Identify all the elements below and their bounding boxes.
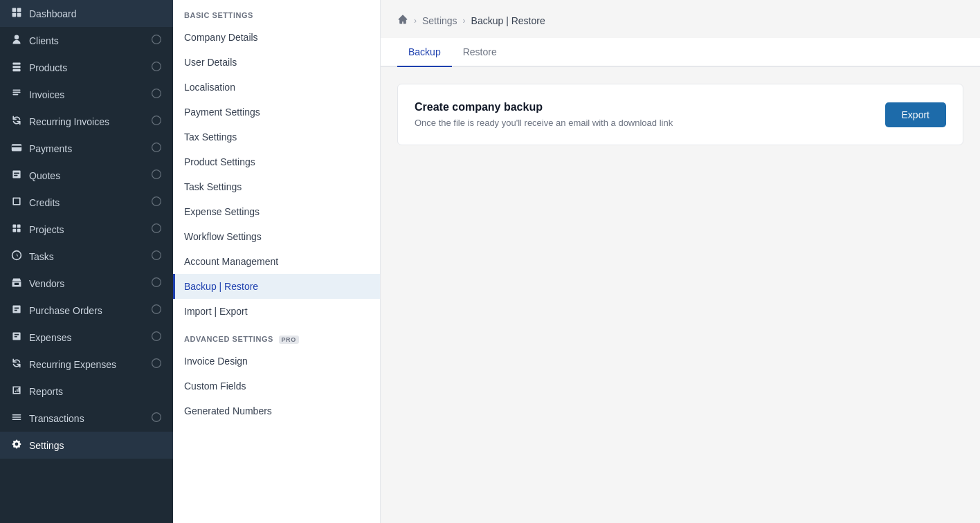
card-text: Create company backup Once the file is r…	[415, 101, 673, 128]
advanced-settings-header: ADVANCED SETTINGS PRO	[173, 324, 380, 349]
menu-item-custom-fields[interactable]: Custom Fields	[173, 374, 380, 398]
tab-backup[interactable]: Backup	[397, 38, 452, 67]
menu-item-company-details[interactable]: Company Details	[173, 25, 380, 50]
svg-point-18	[152, 332, 161, 341]
tabs-container: BackupRestore	[381, 38, 980, 67]
dashboard-icon	[11, 7, 22, 20]
recurring-icon	[11, 115, 22, 128]
sidebar-item-projects[interactable]: Projects	[0, 216, 173, 243]
sidebar-label-vendors: Vendors	[29, 278, 64, 289]
sidebar-label-dashboard: Dashboard	[29, 8, 77, 19]
plus-icon-clients[interactable]	[151, 34, 162, 47]
svg-rect-2	[12, 13, 17, 17]
breadcrumb-settings[interactable]: Settings	[422, 15, 457, 26]
plus-icon-recurring-invoices[interactable]	[151, 115, 162, 128]
menu-item-product-settings[interactable]: Product Settings	[173, 149, 380, 174]
projects-icon	[11, 223, 22, 236]
main-content: › Settings › Backup | Restore BackupRest…	[381, 0, 980, 523]
sidebar-item-recurring-invoices[interactable]: Recurring Invoices	[0, 108, 173, 135]
sidebar-label-quotes: Quotes	[29, 170, 60, 181]
sidebar-label-products: Products	[29, 62, 67, 73]
vendors-icon	[11, 277, 22, 290]
svg-point-6	[152, 89, 161, 98]
plus-icon-products[interactable]	[151, 61, 162, 74]
backup-card: Create company backup Once the file is r…	[397, 84, 963, 145]
sidebar-label-recurring-invoices: Recurring Invoices	[29, 116, 109, 127]
svg-point-13	[152, 224, 161, 233]
plus-icon-expenses[interactable]	[151, 331, 162, 344]
svg-rect-3	[17, 13, 21, 17]
menu-item-import-export[interactable]: Import | Export	[173, 299, 380, 324]
export-button[interactable]: Export	[885, 102, 946, 127]
sidebar-label-purchase-orders: Purchase Orders	[29, 305, 102, 316]
menu-item-invoice-design[interactable]: Invoice Design	[173, 349, 380, 374]
sidebar-item-invoices[interactable]: Invoices	[0, 81, 173, 108]
svg-point-17	[152, 305, 161, 314]
sidebar-item-transactions[interactable]: Transactions	[0, 405, 173, 432]
svg-point-10	[152, 143, 161, 152]
sidebar-item-quotes[interactable]: Quotes	[0, 162, 173, 189]
sidebar-label-reports: Reports	[29, 386, 63, 397]
plus-icon-invoices[interactable]	[151, 88, 162, 101]
plus-icon-vendors[interactable]	[151, 277, 162, 290]
invoices-icon	[11, 88, 22, 101]
sidebar-item-expenses[interactable]: Expenses	[0, 324, 173, 351]
sidebar-item-dashboard[interactable]: Dashboard	[0, 0, 173, 27]
menu-item-expense-settings[interactable]: Expense Settings	[173, 199, 380, 224]
payments-icon	[11, 142, 22, 155]
plus-icon-quotes[interactable]	[151, 169, 162, 182]
plus-icon-recurring-expenses[interactable]	[151, 358, 162, 371]
sidebar-label-clients: Clients	[29, 35, 59, 46]
svg-point-4	[152, 35, 161, 44]
menu-item-generated-numbers[interactable]: Generated Numbers	[173, 398, 380, 423]
sidebar-item-payments[interactable]: Payments	[0, 135, 173, 162]
sidebar-label-tasks: Tasks	[29, 251, 54, 262]
plus-icon-projects[interactable]	[151, 223, 162, 236]
plus-icon-tasks[interactable]	[151, 250, 162, 263]
sidebar-label-invoices: Invoices	[29, 89, 64, 100]
expenses-icon	[11, 331, 22, 344]
menu-item-user-details[interactable]: User Details	[173, 50, 380, 75]
menu-item-localisation[interactable]: Localisation	[173, 75, 380, 100]
sidebar-label-transactions: Transactions	[29, 413, 84, 424]
clients-icon	[11, 34, 22, 47]
plus-icon-purchase-orders[interactable]	[151, 304, 162, 317]
breadcrumb-separator-1: ›	[414, 16, 417, 26]
sidebar-item-vendors[interactable]: Vendors	[0, 270, 173, 297]
svg-point-5	[152, 62, 161, 71]
plus-icon-payments[interactable]	[151, 142, 162, 155]
home-icon[interactable]	[397, 14, 408, 27]
breadcrumb-current: Backup | Restore	[471, 15, 545, 26]
svg-rect-8	[12, 144, 21, 151]
sidebar-item-credits[interactable]: Credits	[0, 189, 173, 216]
menu-item-account-management[interactable]: Account Management	[173, 249, 380, 274]
sidebar-label-credits: Credits	[29, 197, 60, 208]
sidebar-item-recurring-expenses[interactable]: Recurring Expenses	[0, 351, 173, 378]
sidebar-item-tasks[interactable]: Tasks	[0, 243, 173, 270]
sidebar-item-purchase-orders[interactable]: Purchase Orders	[0, 297, 173, 324]
svg-point-16	[152, 278, 161, 287]
menu-item-payment-settings[interactable]: Payment Settings	[173, 100, 380, 125]
plus-icon-credits[interactable]	[151, 196, 162, 209]
svg-point-7	[152, 116, 161, 125]
svg-point-20	[152, 413, 161, 422]
sidebar-item-products[interactable]: Products	[0, 54, 173, 81]
reports-icon	[11, 385, 22, 398]
tab-restore[interactable]: Restore	[452, 38, 508, 67]
sidebar-label-recurring-expenses: Recurring Expenses	[29, 359, 116, 370]
menu-item-workflow-settings[interactable]: Workflow Settings	[173, 224, 380, 249]
menu-item-backup-restore[interactable]: Backup | Restore	[173, 274, 380, 299]
svg-rect-1	[17, 8, 21, 12]
breadcrumb: › Settings › Backup | Restore	[381, 0, 980, 38]
menu-item-task-settings[interactable]: Task Settings	[173, 174, 380, 199]
plus-icon-transactions[interactable]	[151, 412, 162, 425]
sidebar-item-clients[interactable]: Clients	[0, 27, 173, 54]
credits-icon	[11, 196, 22, 209]
sidebar-item-settings[interactable]: Settings	[0, 432, 173, 459]
menu-item-tax-settings[interactable]: Tax Settings	[173, 125, 380, 149]
sidebar-item-reports[interactable]: Reports	[0, 378, 173, 405]
sidebar-label-payments: Payments	[29, 143, 72, 154]
svg-point-15	[152, 251, 161, 260]
basic-settings-header: BASIC SETTINGS	[173, 0, 380, 25]
recurring2-icon	[11, 358, 22, 371]
